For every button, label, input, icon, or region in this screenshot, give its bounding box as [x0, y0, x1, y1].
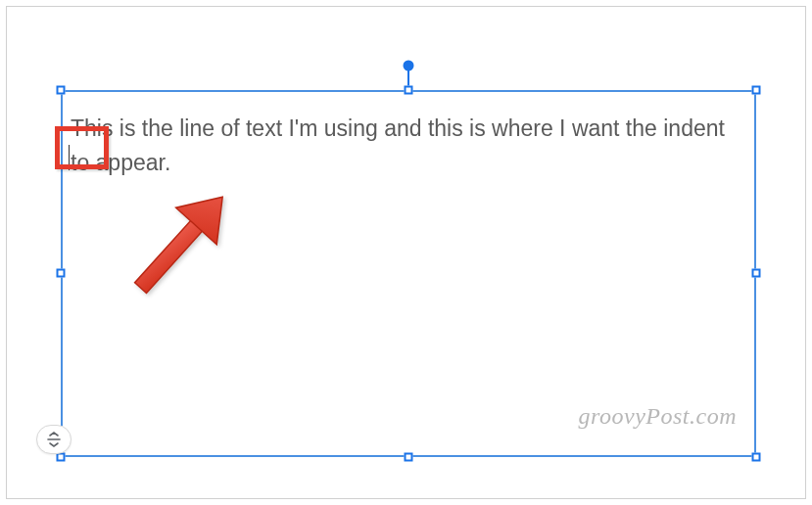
text-box-content[interactable]: This is the line of text I'm using and t… [71, 112, 746, 179]
line-spacing-icon [45, 431, 63, 448]
resize-handle-middle-left[interactable] [57, 269, 66, 278]
resize-handle-middle-right[interactable] [752, 269, 761, 278]
resize-handle-bottom-middle[interactable] [405, 453, 413, 462]
canvas-frame: This is the line of text I'm using and t… [6, 6, 806, 499]
watermark-text: groovyPost.com [579, 403, 737, 430]
line-spacing-button[interactable] [36, 425, 72, 454]
rotation-handle[interactable] [404, 61, 414, 71]
resize-handle-top-right[interactable] [752, 86, 761, 95]
resize-handle-top-middle[interactable] [405, 86, 413, 95]
resize-handle-top-left[interactable] [57, 86, 66, 95]
selected-text-box[interactable]: This is the line of text I'm using and t… [61, 90, 756, 457]
resize-handle-bottom-right[interactable] [752, 453, 761, 462]
text-cursor [69, 145, 70, 170]
